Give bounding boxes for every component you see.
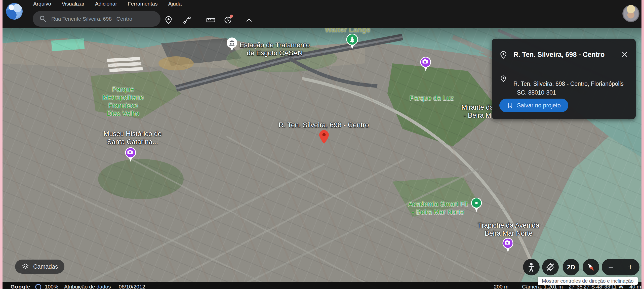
map-label-casan[interactable]: Estação de Tratamento de Esgoto CASAN xyxy=(239,41,310,57)
2d-mode-button[interactable]: 2D xyxy=(563,259,579,275)
place-title: R. Ten. Silveira, 698 - Centro xyxy=(513,51,620,59)
tilt-tooltip: Mostrar controles de direção e inclinaçã… xyxy=(538,277,638,285)
menu-ferramentas[interactable]: Ferramentas xyxy=(124,1,161,7)
save-to-project-button[interactable]: Salvar no projeto xyxy=(499,99,568,112)
place-pin-icon xyxy=(499,51,507,59)
ruler-icon xyxy=(206,16,216,24)
search-result-pin[interactable] xyxy=(319,130,329,145)
map-label-museu[interactable]: Museu Histórico de Santa Catarina... xyxy=(103,130,162,146)
layers-button[interactable]: Camadas xyxy=(15,260,64,274)
time-history-tool-button[interactable] xyxy=(222,15,233,26)
map-label-search-result[interactable]: R. Ten. Silveira, 698 - Centro xyxy=(279,121,369,129)
place-address: R. Ten. Silveira, 698 - Centro, Florianó… xyxy=(513,79,626,97)
pegman-icon xyxy=(528,262,535,272)
account-avatar[interactable] xyxy=(622,5,639,22)
menu-adicionar[interactable]: Adicionar xyxy=(92,1,121,7)
museum-pin-casan[interactable] xyxy=(226,37,238,52)
pegman-button[interactable] xyxy=(523,259,540,275)
notification-dot xyxy=(230,15,233,18)
layers-icon xyxy=(22,263,29,270)
camera-pin-parque-da-luz[interactable] xyxy=(420,57,432,72)
collapse-toolbar-button[interactable] xyxy=(244,15,255,26)
screen-edge-left xyxy=(0,0,3,289)
search-bar[interactable]: Rua Tenente Silveira, 698 - Centro xyxy=(33,11,160,27)
search-input[interactable]: Rua Tenente Silveira, 698 - Centro xyxy=(51,16,157,22)
screen-edge-right xyxy=(641,0,644,289)
place-dot-pin-academia[interactable] xyxy=(470,198,482,213)
loading-ring-icon xyxy=(35,284,41,289)
top-bar: Arquivo Visualizar Adicionar Ferramentas… xyxy=(0,0,644,28)
map-label-trapiche[interactable]: Trapiche da Avenida Beira Mar Norte xyxy=(478,222,540,238)
search-icon xyxy=(39,15,47,23)
compass-needle-icon xyxy=(585,261,597,273)
zoom-control: − + xyxy=(602,259,639,275)
directions-tool-button[interactable] xyxy=(182,15,193,26)
map-label-parque-metropolitano[interactable]: Parque Metropolitano Francisco Dias Velh… xyxy=(102,86,144,117)
compass-button[interactable] xyxy=(583,259,599,275)
camera-pin-museu[interactable] xyxy=(125,147,137,163)
placemark-tool-button[interactable] xyxy=(163,15,174,26)
route-icon xyxy=(183,16,192,25)
menu-visualizar[interactable]: Visualizar xyxy=(58,1,88,7)
tree-pin[interactable] xyxy=(346,34,359,50)
bookmark-icon xyxy=(507,102,513,109)
toolbar-divider xyxy=(200,15,200,25)
place-info-card: R. Ten. Silveira, 698 - Centro R. Ten. S… xyxy=(492,39,636,119)
layers-button-label: Camadas xyxy=(33,263,58,270)
tilt-controls-toggle-button[interactable] xyxy=(542,259,559,275)
google-earth-logo[interactable] xyxy=(6,3,23,20)
location-pin-icon xyxy=(164,16,173,24)
scale-legend: 200 m xyxy=(494,284,508,289)
menu-arquivo[interactable]: Arquivo xyxy=(30,1,55,7)
gyroscope-off-icon xyxy=(546,262,555,272)
data-attribution-link[interactable]: Atribuição de dados xyxy=(64,284,111,289)
address-pin-icon xyxy=(500,75,507,82)
close-icon xyxy=(621,51,628,58)
camera-pin-trapiche[interactable] xyxy=(502,238,514,254)
tooltip-text: Mostrar controles de direção e inclinaçã… xyxy=(542,278,634,284)
imagery-date: 08/10/2012 xyxy=(119,284,145,289)
close-card-button[interactable] xyxy=(620,50,629,60)
measure-tool-button[interactable] xyxy=(205,15,216,26)
save-button-label: Salvar no projeto xyxy=(517,102,561,109)
map-label-academia[interactable]: Academia Smart Fit - Beira Mar Norte xyxy=(408,200,468,216)
map-label-parque-da-luz[interactable]: Parque da Luz xyxy=(410,94,454,102)
2d-label: 2D xyxy=(567,264,575,271)
chevron-up-icon xyxy=(246,17,253,23)
google-attribution-logo: Google xyxy=(11,284,30,289)
menu-bar: Arquivo Visualizar Adicionar Ferramentas… xyxy=(30,0,185,8)
zoom-in-button[interactable]: + xyxy=(628,263,633,272)
menu-ajuda[interactable]: Ajuda xyxy=(165,1,185,7)
stream-percent: 100% xyxy=(45,284,58,289)
zoom-out-button[interactable]: − xyxy=(608,263,614,272)
map-label-mirante[interactable]: Mirante da - Beira M xyxy=(461,104,494,120)
